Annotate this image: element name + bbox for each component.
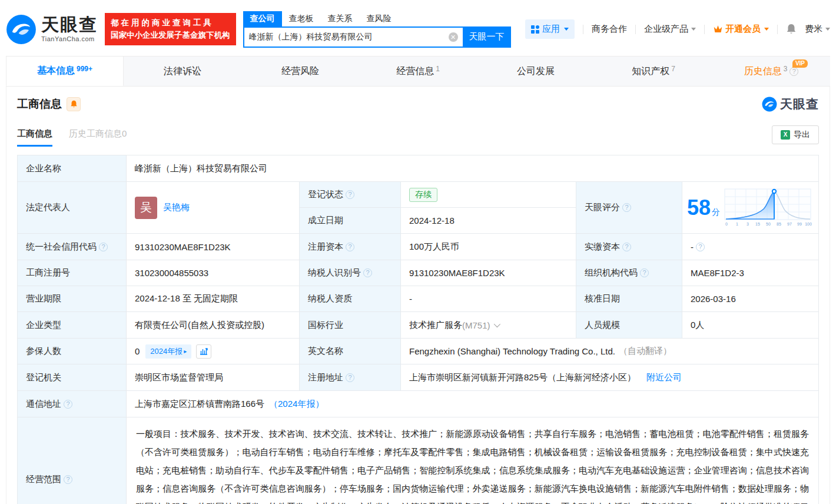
help-icon[interactable]: ? (99, 243, 108, 251)
business-term-label: 营业期限 (18, 286, 127, 312)
help-icon[interactable]: ? (64, 475, 72, 484)
search-tab-boss[interactable]: 查老板 (282, 11, 321, 26)
help-icon[interactable]: ? (346, 190, 354, 199)
tab-company-development[interactable]: 公司发展 (477, 57, 595, 86)
company-name-label: 企业名称 (18, 155, 127, 182)
annual-report-badge[interactable]: 2024年报▸ (145, 344, 191, 359)
company-info-table: 企业名称 峰浙新（上海）科技贸易有限公司 法定代表人 吴 吴艳梅 登记状态? 存… (17, 155, 819, 504)
reg-address-value: 上海市崇明区新河镇新开河路825号（上海新河经济小区） 附近公司 (401, 364, 818, 391)
annual-report-link[interactable]: （2024年报） (269, 399, 324, 410)
legal-rep-avatar[interactable]: 吴 (135, 197, 157, 219)
score-value[interactable]: 58分 (682, 182, 818, 234)
search-tab-risk[interactable]: 查风险 (360, 11, 399, 26)
top-nav: 应用 商务合作 企业级产品 开通会员 费米 (525, 19, 830, 39)
username: 费米 (805, 24, 822, 35)
svg-text:85: 85 (777, 222, 781, 226)
help-icon[interactable]: ? (622, 243, 631, 251)
main-content: 工商信息 天眼查 工商信息 历史工商信息0 X 导出 企业名称 峰浙新（上海）科… (6, 87, 830, 504)
taxpayer-quality-value: - (401, 286, 576, 312)
svg-text:0: 0 (725, 222, 728, 226)
business-scope-value: 一般项目：技术服务、技术开发、技术咨询、技术交流、技术转让、技术推广；新能源原动… (127, 417, 818, 504)
company-type-value: 有限责任公司(自然人投资或控股) (127, 312, 300, 339)
mail-address-value: 上海市嘉定区江桥镇曹南路166号 （2024年报） (127, 391, 818, 417)
reg-number-label: 工商注册号 (18, 260, 127, 286)
tab-label: 经营风险 (281, 65, 319, 78)
tab-legal[interactable]: 法律诉讼 (124, 57, 241, 86)
logo-domain: TianYanCha.com (41, 36, 98, 42)
tab-label: 公司发展 (517, 65, 555, 78)
est-date-label: 成立日期 (300, 208, 401, 234)
search-tab-company[interactable]: 查公司 (243, 11, 282, 26)
tab-intellectual-property[interactable]: 知识产权 7 (595, 57, 712, 86)
tab-label: 基本信息 (37, 65, 75, 77)
industry-value[interactable]: 技术推广服务 (M751) (401, 312, 576, 339)
help-icon[interactable]: ? (64, 400, 72, 409)
svg-text:99: 99 (797, 222, 802, 226)
org-code-label: 组织机构代码? (576, 260, 682, 286)
english-name-label: 英文名称 (300, 339, 401, 364)
reg-status-label: 登记状态? (300, 182, 401, 208)
tab-operation-risk[interactable]: 经营风险 (241, 57, 359, 86)
subtab-history-registration[interactable]: 历史工商信息0 (69, 128, 127, 147)
tab-basic-info[interactable]: 基本信息 999+ (6, 57, 124, 86)
english-name-value: Fengzhexin (Shanghai) Technology Trading… (401, 339, 818, 364)
legal-rep-value: 吴 吴艳梅 (127, 182, 300, 234)
open-vip-button[interactable]: 开通会员 (713, 24, 769, 35)
legal-rep-link[interactable]: 吴艳梅 (163, 202, 190, 213)
search-button[interactable]: 天眼一下 (463, 26, 511, 48)
tab-label: 经营信息 (396, 65, 434, 78)
tab-business-info[interactable]: 经营信息 1 (359, 57, 477, 86)
vip-crown-icon (713, 25, 723, 34)
apps-menu[interactable]: 应用 (525, 19, 575, 39)
brand-logo[interactable]: 天眼查 TianYanCha.com (6, 14, 98, 45)
clear-search-icon[interactable]: ✕ (449, 32, 458, 42)
apps-label: 应用 (542, 24, 560, 35)
score-unit: 分 (712, 207, 720, 217)
divider (704, 25, 705, 34)
section-title: 工商信息 (17, 97, 62, 112)
reg-address-label: 注册地址? (300, 364, 401, 391)
help-icon[interactable]: ? (622, 203, 631, 212)
insured-trend-chart-icon[interactable] (196, 344, 211, 359)
tab-history-info[interactable]: VIP 历史信息 3 ? (712, 57, 830, 86)
taxpayer-quality-label: 纳税人资质 (300, 286, 401, 312)
mail-address-label: 通信地址? (18, 391, 127, 417)
business-term-value: 2024-12-18 至 无固定期限 (127, 286, 300, 312)
nav-enterprise[interactable]: 企业级产品 (644, 24, 696, 35)
help-icon[interactable]: ? (346, 243, 354, 251)
reg-capital-value: 100万人民币 (401, 234, 576, 260)
search-input[interactable] (244, 32, 449, 42)
reg-capital-label: 注册资本? (300, 234, 401, 260)
company-name-value: 峰浙新（上海）科技贸易有限公司 (127, 155, 818, 182)
user-menu[interactable]: 费米 (805, 24, 830, 35)
slogan-line1: 都在用的商业查询工具 (111, 17, 230, 29)
tab-count: 7 (671, 65, 675, 73)
apps-grid-icon (531, 25, 539, 34)
help-icon[interactable]: ? (346, 373, 354, 382)
svg-text:1: 1 (736, 222, 738, 226)
svg-text:50: 50 (766, 222, 771, 226)
help-icon[interactable]: ? (363, 268, 372, 277)
est-date-value: 2024-12-18 (401, 208, 576, 234)
paid-capital-label: 实缴资本? (576, 234, 682, 260)
monitor-bell-icon[interactable] (67, 97, 81, 111)
vip-badge: VIP (792, 59, 808, 68)
chevron-down-icon (564, 28, 569, 31)
notification-bell-icon[interactable] (786, 24, 797, 35)
tab-count: 1 (436, 65, 440, 73)
divider (583, 25, 583, 34)
help-icon[interactable]: ? (696, 243, 705, 251)
insured-value: 0 2024年报▸ (127, 339, 300, 364)
export-button[interactable]: X 导出 (772, 125, 819, 144)
paid-capital-value: -? (682, 234, 818, 260)
search-tab-relation[interactable]: 查关系 (321, 11, 360, 26)
nearby-companies-link[interactable]: 附近公司 (646, 372, 682, 383)
help-icon[interactable]: ? (640, 268, 649, 277)
subtab-business-registration[interactable]: 工商信息 (17, 128, 52, 147)
score-number: 58 (687, 195, 711, 220)
svg-text:15: 15 (755, 222, 760, 226)
nav-cooperation[interactable]: 商务合作 (592, 24, 627, 35)
help-icon[interactable]: ? (789, 67, 798, 76)
tab-count: 3 (784, 65, 788, 73)
org-code-value: MAE8F1D2-3 (682, 260, 818, 286)
